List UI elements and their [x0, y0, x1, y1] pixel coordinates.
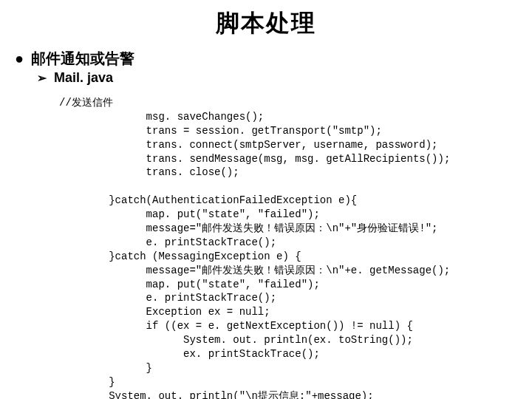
sub-bullet-line: ➢ Mail. java	[37, 70, 517, 86]
page-title: 脚本处理	[15, 7, 517, 40]
sub-bullet-text: Mail. java	[54, 70, 113, 86]
slide: 脚本处理 ● 邮件通知或告警 ➢ Mail. java //发送信件 msg. …	[0, 0, 532, 399]
bullet-dot-icon: ●	[15, 50, 24, 67]
code-block: //发送信件 msg. saveChanges(); trans = sessi…	[59, 96, 517, 399]
bullet-line: ● 邮件通知或告警	[15, 49, 517, 69]
arrow-icon: ➢	[37, 71, 47, 85]
bullet-text: 邮件通知或告警	[31, 49, 134, 69]
